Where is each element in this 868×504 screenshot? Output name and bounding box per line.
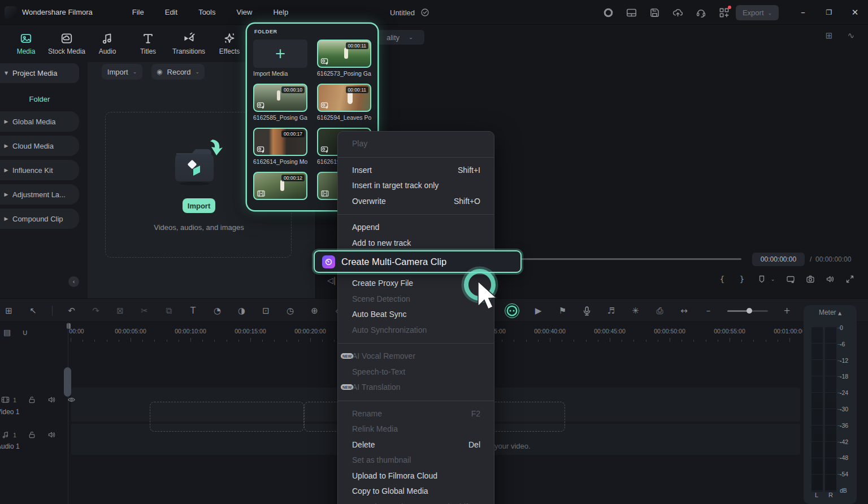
menu-file[interactable]: File	[125, 6, 151, 19]
caret-down-icon[interactable]: ⌄	[770, 275, 775, 284]
sidebar-item-cloud-media[interactable]: ▶Cloud Media	[0, 136, 79, 156]
menu-view[interactable]: View	[229, 6, 259, 19]
cloud-upload-icon[interactable]	[672, 7, 683, 18]
scene-split-icon[interactable]: ✳	[630, 306, 641, 316]
delete-icon[interactable]: ⊠	[115, 306, 125, 316]
mute-track-icon[interactable]	[47, 396, 56, 404]
clip-placeholder[interactable]	[150, 402, 304, 432]
cut-icon[interactable]: ✂	[139, 306, 150, 316]
undo-icon[interactable]: ↶	[66, 306, 77, 316]
menu-item-insert[interactable]: InsertShift+I	[338, 163, 494, 179]
save-icon[interactable]	[649, 7, 660, 18]
mark-out-icon[interactable]: }	[737, 275, 747, 284]
import-media-tile[interactable]: + Import Media	[253, 40, 307, 77]
zoom-in-icon[interactable]: +	[782, 306, 792, 316]
render-preview-icon[interactable]: ▶	[533, 306, 544, 316]
export-button[interactable]: Export⌄	[736, 5, 779, 20]
tab-effects[interactable]: Effects	[209, 25, 250, 62]
menu-item-overwrite[interactable]: OverwriteShift+O	[338, 194, 494, 210]
timer-icon[interactable]: ◷	[285, 306, 296, 316]
sidebar-item-folder[interactable]: Folder	[0, 92, 79, 106]
previous-frame-icon[interactable]: ◁|	[327, 276, 336, 285]
media-clip-tile[interactable]: 00:00:17 6162614_Posing Mod...	[253, 128, 307, 165]
manage-tracks-icon[interactable]: ▤	[3, 328, 11, 337]
import-dropdown-button[interactable]: Import⌄	[102, 64, 142, 80]
panel-layout-icon[interactable]	[626, 7, 637, 18]
sidebar-item-influence-kit[interactable]: ▶Influence Kit	[0, 160, 79, 180]
menu-item-copy-to-global-media[interactable]: Copy to Global Media	[338, 484, 494, 499]
lock-icon[interactable]	[28, 431, 36, 439]
marker-icon[interactable]	[757, 275, 766, 284]
snapshot-clip-icon[interactable]: ⎙	[654, 306, 665, 316]
zoom-out-icon[interactable]: –	[703, 306, 714, 316]
maximize-button[interactable]: ❐	[816, 0, 842, 25]
menu-edit[interactable]: Edit	[158, 6, 184, 19]
mark-in-icon[interactable]: {	[718, 275, 727, 284]
fit-timeline-icon[interactable]: ↔	[679, 306, 689, 316]
framing-icon[interactable]: ⊕	[309, 306, 320, 316]
multiview-icon[interactable]: ⊞	[826, 31, 833, 41]
tab-stock-media[interactable]: Stock Media	[46, 25, 87, 62]
crop-icon[interactable]: ⧉	[163, 306, 174, 316]
menu-help[interactable]: Help	[266, 6, 295, 19]
timeline-zoom-slider[interactable]	[727, 310, 768, 312]
meter-toggle[interactable]: Meter ▲	[804, 309, 857, 316]
workspaces-icon[interactable]	[719, 7, 730, 18]
snapshot-icon[interactable]	[806, 275, 815, 284]
media-clip-tile[interactable]: 00:00:12	[253, 172, 307, 202]
record-dropdown-button[interactable]: ◉ Record⌄	[151, 64, 205, 80]
snap-icon[interactable]: ∪	[22, 328, 28, 337]
tab-audio[interactable]: Audio	[87, 25, 128, 62]
tab-media[interactable]: Media	[6, 25, 46, 62]
redo-icon[interactable]: ↷	[90, 306, 101, 316]
track-header-resize-handle[interactable]	[64, 367, 71, 397]
speed-icon[interactable]: ◔	[212, 306, 223, 316]
select-tool-icon[interactable]: ↖	[28, 306, 38, 316]
voiceover-icon[interactable]	[581, 306, 592, 316]
text-tool-icon[interactable]: T	[188, 306, 198, 316]
caret-right-icon: ▶	[0, 192, 12, 197]
tab-titles[interactable]: Titles	[128, 25, 168, 62]
display-icon[interactable]	[786, 275, 795, 284]
playback-quality-dropdown[interactable]: ality⌄	[371, 30, 424, 45]
media-clip-tile[interactable]: 00:00:10 6162585_Posing Gard...	[253, 84, 307, 121]
media-clip-tile[interactable]: 00:00:11 6162594_Leaves Posin...	[317, 84, 371, 121]
marker-flag-icon[interactable]: ⚑	[557, 306, 568, 316]
menu-item-insert-in-target-track-only[interactable]: Insert in target track only	[338, 178, 494, 194]
sidebar-item-adjustment-la-[interactable]: ▶Adjustment La...	[0, 184, 79, 205]
record-indicator-icon[interactable]	[603, 7, 614, 18]
sidebar-item-global-media[interactable]: ▶Global Media	[0, 111, 79, 132]
menu-tools[interactable]: Tools	[192, 6, 222, 19]
media-clip-tile[interactable]: 00:00:11 6162573_Posing Gard...	[317, 40, 371, 77]
support-icon[interactable]	[696, 7, 706, 18]
mute-track-icon[interactable]	[47, 431, 56, 439]
zoom-slider-thumb[interactable]	[747, 308, 752, 314]
close-button[interactable]: ✕	[842, 0, 868, 25]
sidebar-header-project-media[interactable]: ▼ Project Media	[0, 63, 79, 83]
color-icon[interactable]: ◑	[236, 306, 247, 316]
menu-item-upload-to-filmora-cloud[interactable]: Upload to Filmora Cloud	[338, 468, 494, 484]
audio-sync-icon[interactable]: ♬	[606, 306, 617, 316]
sidebar-item-compound-clip[interactable]: ▶Compound Clip	[0, 208, 79, 229]
sidebar-collapse-button[interactable]: ‹	[68, 276, 79, 287]
speaker-icon[interactable]	[826, 275, 835, 284]
ai-assistant-icon[interactable]	[505, 303, 519, 318]
chroma-key-icon[interactable]: ⊡	[261, 306, 271, 316]
menu-divider	[338, 157, 494, 158]
menu-item-add-to-new-track[interactable]: Add to new track	[338, 236, 494, 251]
scopes-icon[interactable]: ∿	[847, 31, 854, 41]
toolbox-icon[interactable]: ⊞	[3, 306, 14, 316]
menu-item-create-multi-camera-clip[interactable]: Create Multi-Camera Clip	[314, 250, 522, 273]
menu-item-append[interactable]: Append	[338, 220, 494, 236]
tab-transitions[interactable]: Transitions	[168, 25, 209, 62]
fullscreen-icon[interactable]	[845, 275, 854, 284]
menu-item-create-proxy-file[interactable]: Create Proxy File	[338, 276, 494, 292]
menu-item-delete[interactable]: DeleteDel	[338, 437, 494, 453]
menu-item-auto-beat-sync[interactable]: Auto Beat Sync	[338, 307, 494, 323]
minimize-button[interactable]: –	[790, 0, 816, 25]
import-button[interactable]: Import	[183, 198, 215, 213]
clip-duration-badge: 00:00:11	[346, 86, 368, 93]
lock-icon[interactable]	[28, 396, 36, 404]
eye-icon[interactable]	[67, 396, 76, 404]
import-folder-illustration	[164, 136, 234, 190]
